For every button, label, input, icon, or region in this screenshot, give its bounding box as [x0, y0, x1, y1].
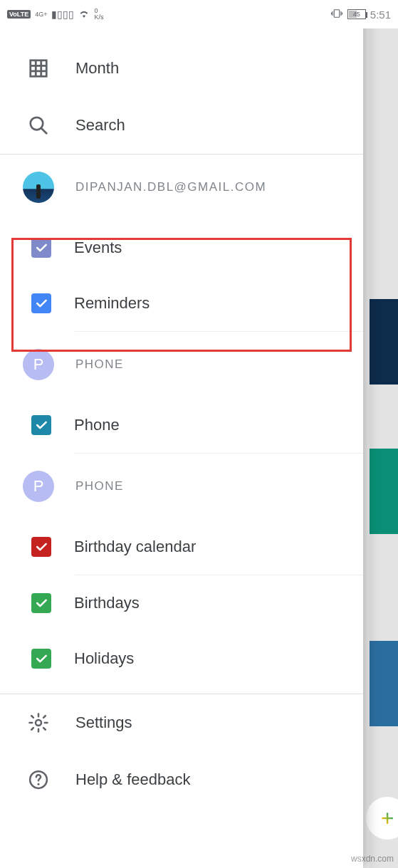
checkbox-icon — [31, 593, 51, 613]
fab-create[interactable]: + — [366, 797, 398, 840]
svg-rect-1 — [31, 61, 47, 77]
status-right: 45 5:51 — [330, 9, 391, 21]
svg-point-3 — [36, 720, 41, 726]
account-header[interactable]: DIPANJAN.DBL@GMAIL.COM — [0, 155, 363, 220]
checkbox-icon — [31, 537, 51, 557]
gear-icon — [26, 710, 51, 736]
watermark: wsxdn.com — [351, 854, 394, 864]
calendar-toggle-phone[interactable]: Phone — [0, 397, 363, 453]
calendar-toggle-holidays[interactable]: Holidays — [0, 631, 363, 686]
calendar-label: Events — [74, 239, 122, 257]
account-header[interactable]: P PHONE — [0, 454, 363, 519]
nav-label: Search — [75, 116, 363, 135]
nav-label: Settings — [75, 713, 363, 732]
avatar: P — [23, 349, 54, 380]
search-icon — [26, 113, 51, 138]
calendar-label: Birthdays — [74, 594, 140, 612]
checkbox-icon — [31, 293, 51, 313]
battery-icon: 45 — [347, 9, 366, 19]
nav-month[interactable]: Month — [0, 40, 363, 97]
status-bar: VoLTE 4G+ ▮▯▯▯ 0 K/s 45 5:51 — [0, 0, 398, 28]
checkbox-icon — [31, 649, 51, 669]
calendar-label: Birthday calendar — [74, 538, 196, 556]
signal-icon: ▮▯▯▯ — [51, 9, 74, 20]
calendar-label: Holidays — [74, 649, 134, 668]
nav-label: Month — [75, 59, 363, 78]
help-icon — [26, 767, 51, 793]
svg-point-5 — [38, 783, 40, 785]
calendar-toggle-birthday-calendar[interactable]: Birthday calendar — [0, 519, 363, 575]
account-email: PHONE — [75, 357, 124, 372]
checkbox-icon — [31, 415, 51, 435]
volte-badge: VoLTE — [7, 10, 31, 19]
calendar-toggle-events[interactable]: Events — [0, 220, 363, 276]
account-email: PHONE — [75, 479, 124, 493]
calendar-label: Phone — [74, 416, 120, 434]
nav-help[interactable]: Help & feedback — [0, 751, 363, 808]
account-header[interactable]: P PHONE — [0, 332, 363, 397]
calendar-toggle-birthdays[interactable]: Birthdays — [0, 575, 363, 631]
nav-label: Help & feedback — [75, 770, 363, 789]
svg-rect-0 — [334, 9, 340, 17]
screen-root: VoLTE 4G+ ▮▯▯▯ 0 K/s 45 5:51 + — [0, 0, 398, 868]
avatar: P — [23, 471, 54, 502]
wifi-icon — [78, 9, 90, 20]
clock: 5:51 — [370, 9, 391, 21]
net-speed: 0 K/s — [94, 8, 103, 21]
vibrate-icon — [330, 9, 343, 21]
calendar-toggle-reminders[interactable]: Reminders — [0, 276, 363, 331]
checkbox-icon — [31, 238, 51, 258]
calendar-label: Reminders — [74, 294, 150, 313]
nav-settings[interactable]: Settings — [0, 694, 363, 751]
status-left: VoLTE 4G+ ▮▯▯▯ 0 K/s — [7, 8, 103, 21]
account-email: DIPANJAN.DBL@GMAIL.COM — [75, 180, 266, 194]
month-grid-icon — [26, 56, 51, 81]
background-strip: + — [370, 28, 398, 868]
navigation-drawer: Month Search DIPANJAN.DBL@GMAIL.COM Even… — [0, 0, 363, 868]
network-type: 4G+ — [35, 11, 47, 18]
nav-search[interactable]: Search — [0, 97, 363, 154]
avatar — [23, 172, 54, 203]
